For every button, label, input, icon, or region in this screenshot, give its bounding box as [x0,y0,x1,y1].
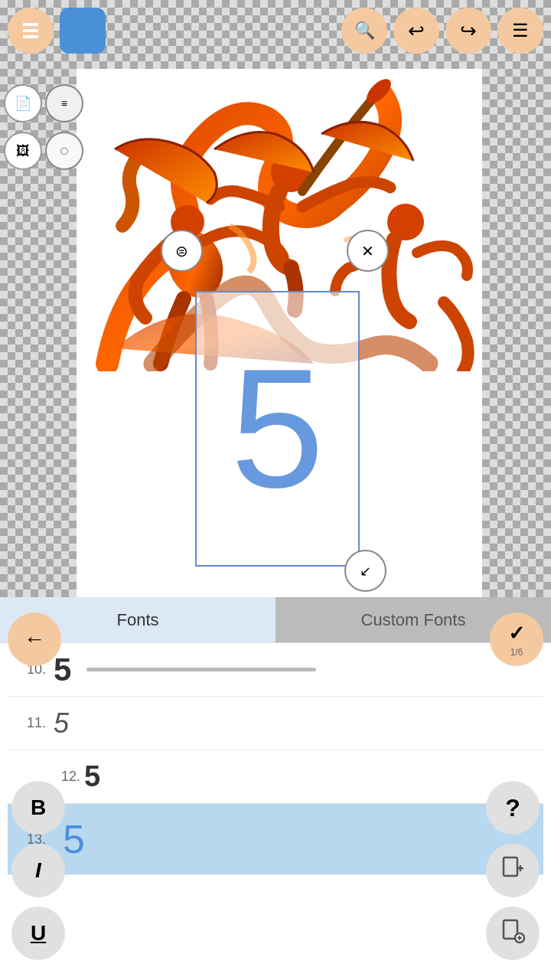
font-number-11: 11. [8,715,54,731]
bold-button[interactable]: B [11,781,65,835]
search-button[interactable]: 🔍 [341,8,387,54]
back-arrow-icon: ← [24,627,45,652]
menu-button[interactable]: ☰ [497,8,543,54]
number-5-text: 5 [230,345,324,513]
font-item-10[interactable]: 10. 5 [8,643,543,697]
image-control-close-button[interactable]: ✕ [347,230,389,272]
image-options-button[interactable]: ○ [45,132,83,170]
font-list: 10. 5 11. 5 12. 5 13. 5 [0,643,551,980]
image-tool-button[interactable]: 🖼 [4,132,42,170]
document-icon: 📄 [15,95,31,112]
bold-icon: B [31,795,46,820]
text-tool-button[interactable]: 📄 [4,84,42,122]
add-page-button[interactable] [486,844,540,897]
add-document-icon [499,854,527,887]
redo-icon: ↪ [460,19,477,43]
italic-icon: I [35,858,41,883]
confirm-button[interactable]: ✓ 1/6 [490,612,543,666]
lines-icon: ≡ [61,97,67,109]
text-tool-row: ▲ ▼ 📄 ≡ [0,84,83,122]
undo-icon: ↩ [408,19,425,43]
bottom-panel: Fonts Custom Fonts 10. 5 11. 5 12. 5 13.… [0,597,551,980]
hamburger-icon: ☰ [512,20,529,41]
font-sample-10: 5 [54,652,71,688]
top-toolbar: 🔍 ↩ ↪ ☰ [0,0,551,61]
svg-rect-6 [23,29,38,32]
resize-icon: ↙ [360,563,371,580]
custom-fonts-tab-label: Custom Fonts [361,610,466,630]
fonts-tab-label: Fonts [116,610,158,630]
font-sample-11: 5 [54,707,69,740]
left-toolbar: ▲ ▼ 📄 ≡ ▲ ▼ 🖼 ○ [0,77,77,170]
underline-icon: U [31,921,46,946]
font-sample-12: 5 [84,760,100,793]
text-layer-arrows[interactable]: ▲ ▼ [0,94,1,113]
question-mark-icon: ? [505,794,520,822]
image-layer-arrows[interactable]: ▲ ▼ [0,142,1,160]
font-item-11[interactable]: 11. 5 [8,697,543,750]
empty-circle-icon: ○ [59,141,69,161]
color-swatch-button[interactable] [60,8,106,54]
undo-button[interactable]: ↩ [393,8,439,54]
menu-circles-icon: ⊜ [175,242,188,260]
tab-bar: Fonts Custom Fonts [0,597,551,643]
svg-rect-5 [23,23,38,26]
image-icon: 🖼 [16,143,30,159]
font-bar-10 [86,668,316,671]
number-display[interactable]: 5 [195,291,360,567]
close-x-icon: ✕ [361,242,374,260]
font-item-13[interactable]: 13. 5 [8,804,543,875]
image-control-resize-button[interactable]: ↙ [344,550,386,592]
document-settings-icon [499,917,527,949]
svg-rect-8 [504,858,517,876]
back-button[interactable]: ← [8,612,61,666]
svg-rect-7 [23,35,38,38]
help-button[interactable]: ? [486,781,540,835]
bottom-left-format-buttons: B I U [0,781,77,960]
checkmark-icon: ✓ [508,622,525,645]
image-tool-row: ▲ ▼ 🖼 ○ [0,132,83,170]
page-indicator: 1/6 [510,647,523,658]
text-options-button[interactable]: ≡ [45,84,83,122]
font-item-12[interactable]: 12. 5 [8,750,543,804]
layers-button[interactable] [8,8,54,54]
underline-button[interactable]: U [11,906,65,960]
italic-button[interactable]: I [11,844,65,897]
top-left-tools [8,8,106,54]
image-control-menu-button[interactable]: ⊜ [161,230,203,272]
page-settings-button[interactable] [486,906,540,960]
redo-button[interactable]: ↪ [445,8,491,54]
bottom-right-action-buttons: ? [474,781,551,960]
search-icon: 🔍 [354,21,375,41]
